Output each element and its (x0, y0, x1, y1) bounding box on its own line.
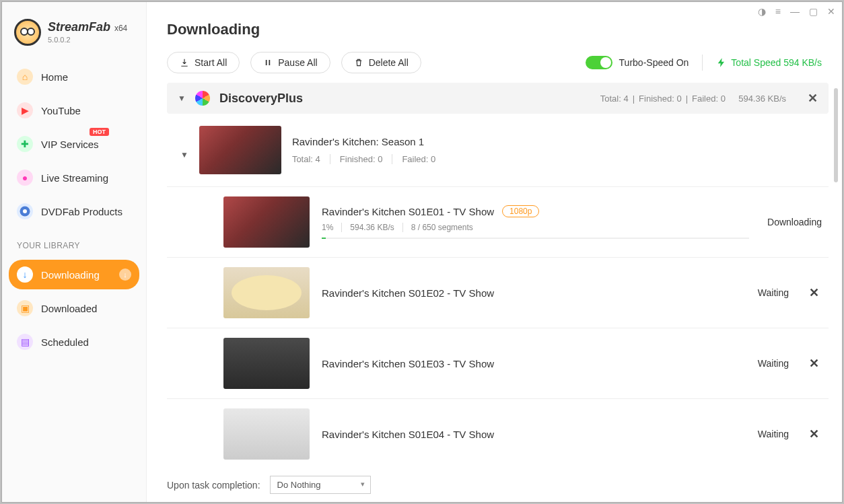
nav-youtube[interactable]: ▶ YouTube (9, 96, 139, 125)
episode-status: Waiting (728, 358, 789, 369)
nav-label: Scheduled (41, 336, 89, 348)
maximize-icon[interactable]: ▢ (809, 6, 818, 17)
minimize-icon[interactable]: — (790, 6, 800, 17)
episode-status: Waiting (728, 429, 789, 439)
chevron-down-icon[interactable]: ▼ (178, 94, 186, 103)
nav-dvdfab[interactable]: DVDFab Products (9, 196, 139, 226)
folder-icon: ▣ (17, 300, 33, 316)
episode-title: Ravinder's Kitchen S01E01 - TV Show (322, 206, 494, 217)
progress-bar (322, 238, 749, 239)
nav-label: Downloaded (41, 303, 97, 314)
episode-row[interactable]: Ravinder's Kitchen S01E02 - TV Show Wait… (167, 257, 829, 328)
calendar-icon: ▤ (17, 334, 33, 350)
nav-vip[interactable]: ✚ VIP Services HOT (9, 129, 139, 159)
season-total: Total: 4 (292, 154, 330, 164)
pause-all-button[interactable]: Pause All (250, 52, 330, 73)
download-icon: ↓ (17, 266, 33, 283)
brand: StreamFab x64 5.0.0.2 (9, 15, 139, 58)
delete-all-button[interactable]: Delete All (341, 52, 421, 73)
episode-title: Ravinder's Kitchen S01E04 - TV Show (322, 429, 494, 440)
brand-logo-icon (14, 19, 41, 46)
episode-segments: 8 / 650 segments (411, 223, 481, 232)
brand-name: StreamFab (48, 20, 110, 34)
total-speed-label: Total Speed 594 KB/s (731, 57, 822, 68)
episode-speed: 594.36 KB/s (350, 223, 402, 232)
button-label: Delete All (369, 57, 409, 68)
button-label: Start All (195, 57, 227, 68)
select-value: Do Nothing (277, 480, 321, 490)
toolbar: Start All Pause All Delete All Turbo-Spe… (147, 48, 842, 83)
episode-title: Ravinder's Kitchen S01E02 - TV Show (322, 287, 494, 299)
episode-row[interactable]: Ravinder's Kitchen S01E04 - TV Show Wait… (167, 398, 829, 468)
nav-downloaded[interactable]: ▣ Downloaded (9, 293, 139, 323)
library-section-label: YOUR LIBRARY (9, 230, 139, 256)
brand-arch: x64 (114, 24, 127, 33)
turbo-toggle[interactable] (586, 56, 612, 69)
app-window: StreamFab x64 5.0.0.2 ⌂ Home ▶ YouTube ✚… (1, 1, 843, 503)
start-all-button[interactable]: Start All (167, 52, 240, 73)
quality-badge: 1080p (502, 205, 539, 217)
completion-select[interactable]: Do Nothing (270, 476, 371, 494)
divider (702, 55, 703, 71)
total-speed: Total Speed 594 KB/s (716, 57, 822, 68)
source-name: DiscoveryPlus (219, 92, 303, 106)
close-window-icon[interactable]: ✕ (827, 6, 835, 17)
episode-thumbnail (223, 408, 310, 460)
dvdfab-icon (17, 203, 33, 219)
nav-live[interactable]: ● Live Streaming (9, 163, 139, 192)
downloading-indicator-icon: ↓ (119, 268, 131, 281)
nav-label: Downloading (41, 269, 100, 281)
download-list: ▼ DiscoveryPlus Total: 4 | Finished: 0 |… (147, 83, 842, 468)
brand-version: 5.0.0.2 (48, 36, 127, 44)
key-icon: ✚ (17, 136, 33, 152)
close-source-icon[interactable]: ✕ (808, 91, 818, 106)
season-failed: Failed: 0 (402, 154, 445, 164)
scrollbar[interactable] (834, 88, 838, 182)
source-finished: Finished: 0 (639, 94, 682, 104)
remove-episode-icon[interactable]: ✕ (809, 356, 819, 371)
sidebar: StreamFab x64 5.0.0.2 ⌂ Home ▶ YouTube ✚… (2, 2, 147, 502)
chevron-down-icon[interactable]: ▼ (180, 150, 188, 159)
remove-episode-icon[interactable]: ✕ (809, 285, 819, 300)
nav-downloading[interactable]: ↓ Downloading ↓ (9, 260, 139, 289)
nav-home[interactable]: ⌂ Home (9, 62, 139, 92)
turbo-label: Turbo-Speed On (619, 57, 689, 68)
season-finished: Finished: 0 (340, 154, 393, 164)
episode-percent: 1% (322, 223, 342, 232)
episode-thumbnail (223, 267, 310, 318)
season-title: Ravinder's Kitchen: Season 1 (292, 136, 445, 147)
nav-label: DVDFab Products (41, 206, 122, 217)
season-thumbnail (199, 126, 281, 174)
source-failed: Failed: 0 (692, 94, 726, 104)
source-speed: 594.36 KB/s (738, 94, 786, 104)
source-total: Total: 4 (600, 94, 629, 104)
episode-row[interactable]: Ravinder's Kitchen S01E03 - TV Show Wait… (167, 328, 829, 398)
episode-title: Ravinder's Kitchen S01E03 - TV Show (322, 358, 494, 369)
discoveryplus-icon (195, 91, 210, 106)
footer: Upon task completion: Do Nothing (147, 468, 842, 502)
youtube-icon: ▶ (17, 102, 33, 118)
bolt-icon (716, 57, 727, 68)
nav-label: VIP Services (41, 139, 99, 150)
hot-badge: HOT (90, 128, 109, 136)
button-label: Pause All (278, 57, 317, 68)
trash-icon (354, 58, 363, 67)
svg-point-1 (23, 209, 27, 213)
episode-status: Downloading (761, 217, 822, 227)
window-controls: ◑ ≡ — ▢ ✕ (758, 6, 835, 17)
episode-row[interactable]: Ravinder's Kitchen S01E01 - TV Show 1080… (167, 186, 829, 257)
season-row[interactable]: ▼ Ravinder's Kitchen: Season 1 Total: 4 … (167, 114, 829, 186)
nav-main: ⌂ Home ▶ YouTube ✚ VIP Services HOT ● Li… (9, 62, 139, 230)
episode-thumbnail (223, 196, 310, 248)
remove-episode-icon[interactable]: ✕ (809, 427, 819, 441)
nav-label: Live Streaming (41, 172, 108, 184)
page-title: Downloading (167, 21, 260, 38)
menu-icon[interactable]: ≡ (775, 6, 781, 17)
nav-label: YouTube (41, 105, 81, 116)
nav-scheduled[interactable]: ▤ Scheduled (9, 327, 139, 357)
source-header[interactable]: ▼ DiscoveryPlus Total: 4 | Finished: 0 |… (167, 83, 829, 114)
download-arrow-icon (180, 58, 189, 67)
camera-icon: ● (17, 170, 33, 186)
nav-label: Home (41, 71, 68, 83)
theme-icon[interactable]: ◑ (758, 6, 766, 17)
